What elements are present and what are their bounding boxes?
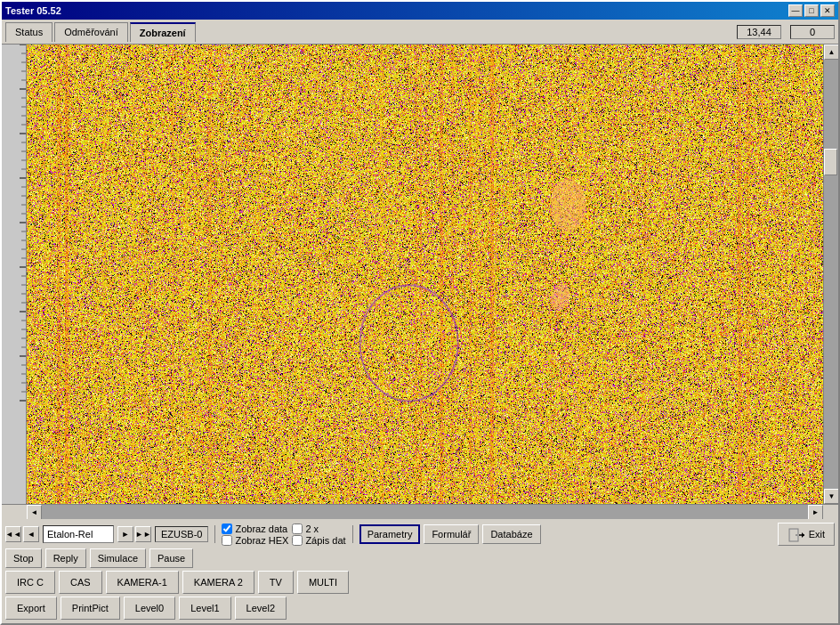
arrow-left-button[interactable]: ◄ (23, 526, 39, 542)
zobraz-hex-checkbox[interactable] (222, 535, 232, 546)
parametry-button[interactable]: Parametry (359, 524, 421, 544)
reply-button[interactable]: Reply (45, 548, 86, 568)
stop-button[interactable]: Stop (5, 548, 42, 568)
usb-label: EZUSB-0 (155, 526, 208, 542)
main-content: ▲ ▼ (2, 45, 838, 504)
svg-marker-45 (802, 532, 804, 538)
separator-1 (214, 525, 215, 543)
checkbox-group-2: 2 x Zápis dat (292, 524, 345, 546)
pause-button[interactable]: Pause (149, 548, 193, 568)
exit-label: Exit (809, 529, 825, 540)
main-window: Tester 05.52 — □ ✕ Status Odměřování Zob… (0, 0, 840, 625)
title-bar-buttons: — □ ✕ (788, 4, 835, 17)
2x-label: 2 x (305, 524, 319, 534)
checkbox-2x: 2 x (292, 524, 345, 534)
nav-kamera2-button[interactable]: KAMERA 2 (182, 571, 254, 594)
title-bar: Tester 05.52 — □ ✕ (2, 2, 838, 20)
visualization-area (27, 45, 823, 504)
scroll-down-button[interactable]: ▼ (824, 489, 838, 504)
nav-cas-button[interactable]: CAS (59, 571, 102, 594)
value-display: 13,44 0 (737, 25, 835, 39)
scroll-left-button[interactable]: ◄ (27, 505, 42, 520)
level1-button[interactable]: Level1 (179, 597, 230, 620)
zobraz-data-label: Zobraz data (235, 524, 287, 534)
zobraz-hex-label: Zobraz HEX (235, 535, 288, 546)
maximize-button[interactable]: □ (804, 4, 819, 17)
nav-arrows: ◄◄ ◄ (5, 526, 39, 542)
scroll-track-horizontal[interactable] (42, 505, 808, 520)
export-buttons-row: Export PrintPict Level0 Level1 Level2 (5, 597, 835, 620)
export-button[interactable]: Export (5, 597, 57, 620)
scrollbar-right: ▲ ▼ (823, 45, 838, 504)
checkbox-group: Zobraz data Zobraz HEX (222, 524, 288, 546)
nav-buttons-row: IRC C CAS KAMERA-1 KAMERA 2 TV MULTI (5, 571, 835, 594)
checkbox-zobraz-data: Zobraz data (222, 524, 288, 534)
separator-2 (352, 525, 353, 543)
formular-button[interactable]: Formulář (424, 524, 479, 544)
tab-zobrazeni[interactable]: Zobrazení (130, 22, 196, 42)
printpict-button[interactable]: PrintPict (61, 597, 120, 620)
databaze-button[interactable]: Databáze (482, 524, 540, 544)
minimize-button[interactable]: — (788, 4, 803, 17)
bottom-section: ◄◄ ◄ Etalon-Rel ► ►► EZUSB-0 Zobraz data… (2, 519, 838, 623)
checkbox-zobraz-hex: Zobraz HEX (222, 535, 288, 546)
scroll-track-right[interactable] (824, 60, 838, 489)
exit-button[interactable]: Exit (778, 523, 835, 546)
2x-checkbox[interactable] (292, 524, 303, 534)
toolbar-row-2: Stop Reply Simulace Pause (5, 548, 835, 568)
exit-icon (788, 525, 805, 543)
nav-multi-button[interactable]: MULTI (297, 571, 349, 594)
scrollbar-horizontal: ◄ ► (27, 505, 823, 520)
noise-canvas (27, 45, 823, 504)
level0-button[interactable]: Level0 (124, 597, 175, 620)
tab-odmerovani[interactable]: Odměřování (54, 22, 128, 42)
value-box-1: 13,44 (737, 25, 781, 39)
ruler (2, 45, 27, 504)
menu-bar: Status Odměřování Zobrazení 13,44 0 (2, 20, 838, 45)
scroll-right-button[interactable]: ► (808, 505, 823, 520)
close-button[interactable]: ✕ (820, 4, 835, 17)
simulace-button[interactable]: Simulace (90, 548, 146, 568)
nav-tv-button[interactable]: TV (258, 571, 294, 594)
arrow-right-button[interactable]: ► (117, 526, 133, 542)
nav-irc-c-button[interactable]: IRC C (5, 571, 55, 594)
zobraz-data-checkbox[interactable] (222, 524, 232, 534)
nav-arrows-right: ► ►► (117, 526, 151, 542)
window-title: Tester 05.52 (5, 5, 61, 16)
arrow-right-right-button[interactable]: ►► (135, 526, 151, 542)
value-box-2: 0 (790, 25, 835, 39)
toolbar-row-1: ◄◄ ◄ Etalon-Rel ► ►► EZUSB-0 Zobraz data… (5, 523, 835, 546)
checkbox-zapis-dat: Zápis dat (292, 535, 345, 546)
tab-status[interactable]: Status (5, 22, 52, 42)
ruler-svg (2, 45, 26, 504)
scroll-thumb-right[interactable] (824, 149, 837, 175)
scrollbar-bottom: ◄ ► (2, 504, 838, 519)
zapis-dat-checkbox[interactable] (292, 535, 303, 546)
level2-button[interactable]: Level2 (235, 597, 287, 620)
zapis-dat-label: Zápis dat (305, 535, 345, 546)
arrow-left-left-button[interactable]: ◄◄ (5, 526, 21, 542)
nav-kamera1-button[interactable]: KAMERA-1 (106, 571, 179, 594)
svg-rect-0 (2, 45, 26, 504)
scroll-up-button[interactable]: ▲ (824, 45, 838, 60)
etalon-dropdown[interactable]: Etalon-Rel (43, 525, 114, 543)
svg-point-47 (796, 534, 797, 536)
